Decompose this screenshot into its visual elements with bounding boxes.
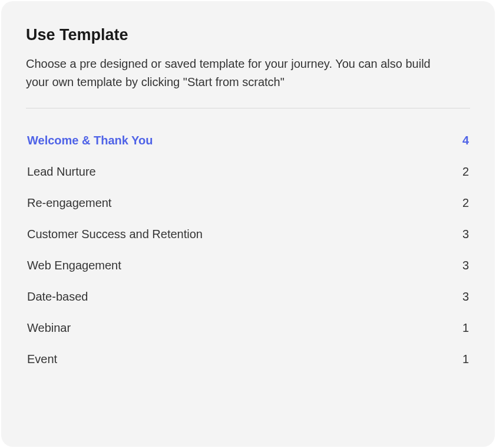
template-panel: Use Template Choose a pre designed or sa…: [1, 1, 495, 447]
category-webinar[interactable]: Webinar 1: [26, 312, 470, 344]
category-count: 2: [462, 165, 469, 179]
category-label: Re-engagement: [27, 196, 111, 210]
category-list: Welcome & Thank You 4 Lead Nurture 2 Re-…: [26, 125, 470, 375]
divider: [26, 108, 470, 108]
category-count: 1: [462, 353, 469, 366]
category-count: 1: [462, 321, 469, 335]
category-count: 3: [462, 228, 469, 241]
category-label: Webinar: [27, 321, 71, 335]
category-label: Web Engagement: [27, 259, 121, 272]
category-label: Date-based: [27, 290, 88, 304]
category-count: 4: [462, 134, 469, 147]
category-re-engagement[interactable]: Re-engagement 2: [26, 187, 470, 219]
page-title: Use Template: [26, 26, 470, 44]
category-customer-success[interactable]: Customer Success and Retention 3: [26, 219, 470, 250]
category-count: 2: [462, 196, 469, 210]
category-count: 3: [462, 259, 469, 272]
category-web-engagement[interactable]: Web Engagement 3: [26, 250, 470, 281]
category-label: Lead Nurture: [27, 165, 96, 179]
category-count: 3: [462, 290, 469, 304]
category-label: Customer Success and Retention: [27, 228, 203, 241]
category-event[interactable]: Event 1: [26, 344, 470, 375]
category-label: Event: [27, 353, 57, 366]
category-date-based[interactable]: Date-based 3: [26, 281, 470, 312]
category-welcome-thank-you[interactable]: Welcome & Thank You 4: [26, 125, 470, 156]
category-label: Welcome & Thank You: [27, 134, 153, 147]
page-description: Choose a pre designed or saved template …: [26, 55, 456, 91]
category-lead-nurture[interactable]: Lead Nurture 2: [26, 156, 470, 187]
